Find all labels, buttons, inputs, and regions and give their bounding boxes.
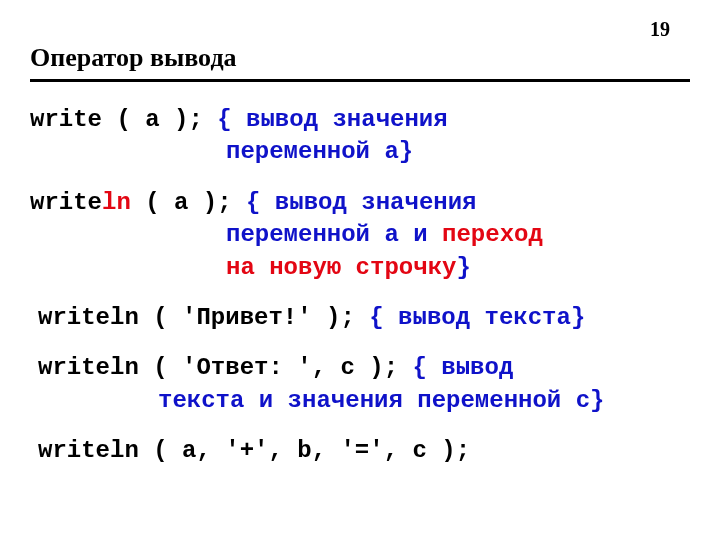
comment-4a: { вывод — [412, 354, 513, 381]
code-block-3: writeln ( 'Привет!' ); { вывод текста} — [38, 302, 690, 334]
code-block-5: writeln ( a, '+', b, '=', c ); — [38, 435, 690, 467]
comment-2b: переменной a и — [226, 221, 442, 248]
comment-2a: { вывод значения — [246, 189, 476, 216]
slide-title: Оператор вывода — [30, 43, 690, 73]
pad — [398, 354, 412, 381]
page-number: 19 — [30, 18, 690, 41]
comment-1a: { вывод значения — [217, 106, 447, 133]
code-writeln-otvet: writeln ( 'Ответ: ', c ); — [38, 354, 398, 381]
divider — [30, 79, 690, 82]
comment-2c-brace: } — [456, 254, 470, 281]
comment-4b: текста и значения переменной c} — [158, 387, 604, 414]
comment-1b: переменной a} — [226, 138, 413, 165]
code-block-2: writeln ( a ); { вывод значения переменн… — [30, 187, 690, 284]
code-write-a: write ( a ); — [30, 106, 203, 133]
code-writeln-ln: ln — [102, 189, 131, 216]
comment-2b-red: переход — [442, 221, 543, 248]
code-writeln-write: write — [30, 189, 102, 216]
code-writeln-abc: writeln ( a, '+', b, '=', c ); — [38, 437, 470, 464]
code-block-1: write ( a ); { вывод значения переменной… — [30, 104, 690, 169]
comment-2c-red: на новую строчку — [226, 254, 456, 281]
code-writeln-privet: writeln ( 'Привет!' ); — [38, 304, 369, 331]
comment-3: { вывод текста} — [369, 304, 585, 331]
pad — [232, 189, 246, 216]
pad — [203, 106, 217, 133]
code-writeln-args: ( a ); — [131, 189, 232, 216]
code-block-4: writeln ( 'Ответ: ', c ); { вывод текста… — [38, 352, 690, 417]
